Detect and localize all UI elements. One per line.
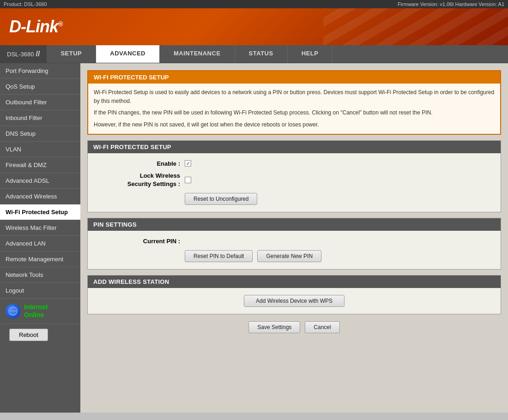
add-wireless-device-button[interactable]: Add Wireless Device with WPS <box>244 295 345 307</box>
sidebar-item-outbound-filter[interactable]: Outbound Filter <box>0 95 80 110</box>
top-bar: Product: DSL-3680 Firmware Version: v1.0… <box>0 0 508 8</box>
sidebar-item-wireless-mac[interactable]: Wireless Mac Filter <box>0 220 80 236</box>
info-box-body: Wi-Fi Protected Setup is used to easily … <box>88 84 500 134</box>
sidebar-item-advanced-adsl[interactable]: Advanced ADSL <box>0 173 80 189</box>
tab-maintenance[interactable]: MAINTENANCE <box>160 45 235 63</box>
current-pin-row: Current PIN : <box>97 238 491 245</box>
pin-btn-row: Reset PIN to Default Generate New PIN <box>185 250 491 262</box>
breadcrumb[interactable]: DSL-3680 // <box>0 45 47 63</box>
product-label: Product: DSL-3680 <box>4 1 47 7</box>
enable-label: Enable : <box>97 160 180 167</box>
info-box-title: WI-FI PROTECTED SETUP <box>88 71 500 84</box>
logo: D-Link® <box>9 17 62 36</box>
info-line1: Wi-Fi Protected Setup is used to easily … <box>94 88 495 106</box>
info-line2: If the PIN changes, the new PIN will be … <box>94 108 495 117</box>
internet-icon <box>6 304 20 318</box>
sidebar-item-qos-setup[interactable]: QoS Setup <box>0 79 80 95</box>
info-line3: However, if the new PIN is not saved, it… <box>94 120 495 129</box>
content-area: WI-FI PROTECTED SETUP Wi-Fi Protected Se… <box>80 63 508 413</box>
internet-line1: Internet <box>24 303 48 311</box>
current-pin-label: Current PIN : <box>97 238 180 245</box>
wireless-station-section: ADD WIRELESS STATION Add Wireless Device… <box>87 275 501 314</box>
lock-label: Lock Wireless Security Settings : <box>97 172 180 188</box>
sidebar-item-logout[interactable]: Logout <box>0 283 80 299</box>
sidebar-item-inbound-filter[interactable]: Inbound Filter <box>0 110 80 126</box>
firmware-label: Firmware Version: v1.06t Hardware Versio… <box>398 1 504 7</box>
pin-section-title: PIN SETTINGS <box>88 218 501 231</box>
sidebar-item-port-forwarding[interactable]: Port Forwarding <box>0 63 80 79</box>
sidebar-item-firewall-dmz[interactable]: Firewall & DMZ <box>0 157 80 173</box>
internet-status-area: Internet Online <box>0 299 80 324</box>
header: D-Link® <box>0 8 508 45</box>
breadcrumb-sep: // <box>36 50 40 58</box>
save-settings-button[interactable]: Save Settings <box>248 321 300 333</box>
pin-section: PIN SETTINGS Current PIN : Reset PIN to … <box>87 218 501 270</box>
lock-row: Lock Wireless Security Settings : <box>97 172 491 188</box>
sidebar-item-advanced-wireless[interactable]: Advanced Wireless <box>0 189 80 204</box>
reboot-button[interactable]: Reboot <box>9 329 48 341</box>
generate-pin-button[interactable]: Generate New PIN <box>257 250 321 262</box>
main-layout: Port Forwarding QoS Setup Outbound Filte… <box>0 63 508 413</box>
lock-checkbox[interactable] <box>185 177 191 183</box>
info-box: WI-FI PROTECTED SETUP Wi-Fi Protected Se… <box>87 70 501 135</box>
tab-help[interactable]: HELP <box>288 45 333 63</box>
lock-label-line2: Security Settings : <box>127 180 180 187</box>
sidebar-item-network-tools[interactable]: Network Tools <box>0 267 80 283</box>
wps-section-body: Enable : Lock Wireless Security Settings… <box>88 153 501 212</box>
wireless-station-body: Add Wireless Device with WPS <box>88 288 501 314</box>
sidebar-item-vlan[interactable]: VLAN <box>0 142 80 157</box>
enable-row: Enable : <box>97 160 491 167</box>
reset-pin-button[interactable]: Reset PIN to Default <box>185 250 253 262</box>
logo-text: D-Link® <box>9 17 62 36</box>
bottom-buttons: Save Settings Cancel <box>87 321 501 333</box>
breadcrumb-label: DSL-3680 <box>7 51 34 58</box>
wps-section-title: WI-FI PROTECTED SETUP <box>88 141 501 153</box>
wireless-station-title: ADD WIRELESS STATION <box>88 276 501 288</box>
tab-advanced[interactable]: ADVANCED <box>96 45 160 63</box>
sidebar-item-dns-setup[interactable]: DNS Setup <box>0 126 80 142</box>
internet-label: Internet Online <box>24 303 48 319</box>
pin-section-body: Current PIN : Reset PIN to Default Gener… <box>88 231 501 269</box>
sidebar-item-wifi-protected[interactable]: Wi-Fi Protected Setup <box>0 204 80 220</box>
internet-line2: Online <box>24 311 48 319</box>
lock-label-line1: Lock Wireless <box>140 172 180 179</box>
sidebar-item-remote-management[interactable]: Remote Management <box>0 252 80 267</box>
tab-setup[interactable]: SETUP <box>47 45 96 63</box>
reset-unconfigured-button[interactable]: Reset to Unconfigured <box>185 193 257 205</box>
cancel-button[interactable]: Cancel <box>305 321 339 333</box>
sidebar-item-advanced-lan[interactable]: Advanced LAN <box>0 236 80 252</box>
sidebar: Port Forwarding QoS Setup Outbound Filte… <box>0 63 80 413</box>
tab-status[interactable]: STATUS <box>235 45 288 63</box>
nav-tabs: DSL-3680 // SETUP ADVANCED MAINTENANCE S… <box>0 45 508 63</box>
enable-checkbox[interactable] <box>185 160 191 167</box>
wps-section: WI-FI PROTECTED SETUP Enable : Lock Wire… <box>87 140 501 212</box>
